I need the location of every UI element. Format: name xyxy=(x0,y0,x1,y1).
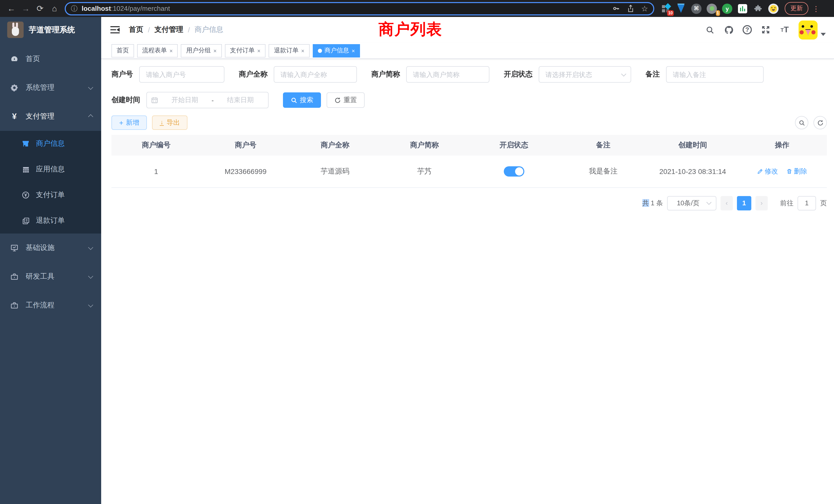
page-1-button[interactable]: 1 xyxy=(737,196,751,210)
sidebar-item-payment[interactable]: ¥ 支付管理 xyxy=(0,102,101,131)
tab-pay-order[interactable]: 支付订单 × xyxy=(225,44,266,57)
tab-user-group[interactable]: 用户分组 × xyxy=(181,44,222,57)
tray-extension-icon[interactable]: 1 xyxy=(707,3,717,14)
grid-icon xyxy=(22,165,30,174)
short-name-input[interactable] xyxy=(406,66,489,83)
profile-avatar-icon[interactable] xyxy=(768,3,778,14)
remark-input[interactable] xyxy=(666,66,764,83)
help-icon[interactable]: ? xyxy=(743,25,752,35)
stats-extension-icon[interactable] xyxy=(738,3,748,14)
tab-home[interactable]: 首页 xyxy=(111,44,134,57)
delete-link[interactable]: 删除 xyxy=(786,167,807,176)
gem-extension-icon[interactable] xyxy=(676,3,686,14)
password-key-icon[interactable] xyxy=(612,5,620,12)
sidebar-item-workflow[interactable]: 工作流程 xyxy=(0,291,101,320)
sidebar-collapse-icon[interactable] xyxy=(110,26,120,33)
edit-link[interactable]: 修改 xyxy=(757,167,778,176)
pagination: 共 1 条 ‹ 1 › 前往 页 xyxy=(111,196,827,210)
tab-label: 支付订单 xyxy=(230,46,255,55)
cell-merchant-id: 1 xyxy=(111,156,201,187)
bookmark-star-icon[interactable]: ☆ xyxy=(641,4,648,13)
browser-reload-icon[interactable]: ⟳ xyxy=(33,1,47,16)
shop-icon xyxy=(22,140,30,148)
extension-badge: 10 xyxy=(667,10,674,16)
tab-refund-order[interactable]: 退款订单 × xyxy=(269,44,310,57)
tab-label: 流程表单 xyxy=(142,46,167,55)
goto-page-input[interactable] xyxy=(797,196,816,210)
breadcrumb-payment[interactable]: 支付管理 xyxy=(155,25,183,35)
page-size-select[interactable] xyxy=(667,196,717,210)
extensions-puzzle-icon[interactable] xyxy=(753,3,763,14)
table-row: 1 M233666999 芋道源码 芋艿 我是备注 2021-10-23 08:… xyxy=(111,156,827,187)
breadcrumb-separator: / xyxy=(148,26,150,34)
close-icon[interactable]: × xyxy=(170,47,173,54)
cell-remark: 我是备注 xyxy=(558,156,648,187)
show-search-toggle-button[interactable] xyxy=(795,116,808,129)
cell-short-name: 芋艿 xyxy=(380,156,469,187)
reset-button[interactable]: 重置 xyxy=(327,92,365,108)
close-icon[interactable]: × xyxy=(257,47,261,54)
chevron-down-icon xyxy=(88,245,93,250)
table-toolbar: + 新增 ↓ 导出 xyxy=(111,115,827,130)
refresh-table-button[interactable] xyxy=(813,116,827,129)
close-icon[interactable]: × xyxy=(213,47,217,54)
sidebar: 芋道管理系统 首页 系统管理 ¥ xyxy=(0,17,101,504)
app-logo-row[interactable]: 芋道管理系统 xyxy=(0,17,101,43)
sidebar-item-home[interactable]: 首页 xyxy=(0,45,101,73)
url-path: :1024/pay/merchant xyxy=(111,5,170,12)
prev-page-button[interactable]: ‹ xyxy=(721,196,733,210)
sidebar-item-refund-order[interactable]: 退款订单 xyxy=(0,208,101,233)
full-name-input[interactable] xyxy=(274,66,357,83)
sidebar-item-infrastructure[interactable]: 基础设施 xyxy=(0,233,101,262)
full-name-label: 商户全称 xyxy=(239,70,267,79)
sidebar-item-merchant-info[interactable]: 商户信息 xyxy=(0,131,101,157)
browser-forward-icon[interactable]: → xyxy=(19,1,33,16)
sidebar-item-pay-order[interactable]: 支付订单 xyxy=(0,182,101,208)
site-info-icon[interactable]: ⓘ xyxy=(71,4,78,13)
browser-home-icon[interactable]: ⌂ xyxy=(47,1,62,16)
status-select[interactable] xyxy=(539,66,631,83)
export-button[interactable]: ↓ 导出 xyxy=(152,115,188,130)
status-select-input[interactable] xyxy=(539,66,631,83)
tab-process-form[interactable]: 流程表单 × xyxy=(137,44,178,57)
add-button[interactable]: + 新增 xyxy=(111,115,147,130)
user-avatar[interactable] xyxy=(798,20,817,39)
share-icon[interactable] xyxy=(627,4,634,13)
navbar-actions: ? TT xyxy=(705,20,826,39)
breadcrumb-home[interactable]: 首页 xyxy=(129,25,143,35)
sidebar-menu: 首页 系统管理 ¥ 支付管理 xyxy=(0,45,101,320)
command-extension-icon[interactable]: ⌘ xyxy=(691,3,702,14)
yen-icon: ¥ xyxy=(10,112,19,121)
user-menu[interactable] xyxy=(798,20,826,39)
briefcase-icon xyxy=(10,301,19,310)
sidebar-item-dev-tools[interactable]: 研发工具 xyxy=(0,262,101,291)
header-search-icon[interactable] xyxy=(705,25,715,35)
create-time-range-picker[interactable]: 开始日期 - 结束日期 xyxy=(146,92,269,108)
browser-back-icon[interactable]: ← xyxy=(4,1,19,16)
merchant-no-input[interactable] xyxy=(139,66,224,83)
chrome-update-button[interactable]: 更新 xyxy=(785,2,808,15)
extension-badge: 1 xyxy=(716,10,720,16)
briefcase-icon xyxy=(10,273,19,281)
tab-manager-extension-icon[interactable]: 10 xyxy=(660,3,671,14)
sidebar-item-label: 首页 xyxy=(26,54,92,64)
tab-label: 商户信息 xyxy=(325,46,349,55)
github-icon[interactable] xyxy=(724,25,734,35)
sidebar-item-system[interactable]: 系统管理 xyxy=(0,73,101,102)
address-bar[interactable]: ⓘ localhost:1024/pay/merchant ☆ xyxy=(65,2,654,15)
tab-merchant-info[interactable]: 商户信息 × xyxy=(313,44,360,57)
font-size-icon[interactable]: TT xyxy=(780,25,790,35)
sidebar-item-app-info[interactable]: 应用信息 xyxy=(0,157,101,182)
close-icon[interactable]: × xyxy=(352,47,355,54)
user-caret-icon xyxy=(821,32,826,36)
close-icon[interactable]: × xyxy=(301,47,305,54)
search-button[interactable]: 搜索 xyxy=(283,92,321,108)
y-extension-icon[interactable]: y xyxy=(722,3,732,14)
fullscreen-icon[interactable] xyxy=(761,25,771,35)
url-text[interactable]: localhost:1024/pay/merchant xyxy=(82,5,605,12)
status-toggle[interactable] xyxy=(504,166,524,177)
chevron-down-icon xyxy=(88,273,93,278)
col-status: 开启状态 xyxy=(469,135,558,156)
next-page-button[interactable]: › xyxy=(755,196,768,210)
browser-menu-icon[interactable]: ⋮ xyxy=(812,4,820,13)
